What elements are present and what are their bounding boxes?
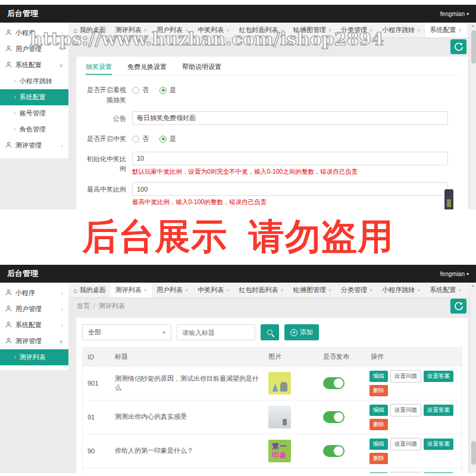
close-icon[interactable]: × xyxy=(226,287,229,293)
cell-published xyxy=(318,367,366,400)
tab-系统配置[interactable]: 系统配置× xyxy=(425,283,466,298)
action-button-设置答案[interactable]: 设置答案 xyxy=(424,472,453,473)
form-input[interactable] xyxy=(132,152,448,165)
sidebar-item-测评管理[interactable]: 测评管理∨ xyxy=(0,333,68,349)
tab-label: 中奖列表 xyxy=(198,286,224,295)
refresh-button[interactable] xyxy=(450,39,466,54)
close-icon[interactable]: × xyxy=(144,27,147,33)
radio-option-是[interactable]: 是 xyxy=(159,83,176,95)
category-select[interactable]: 全部 ▾ xyxy=(82,324,171,340)
tab-中奖列表[interactable]: 中奖列表× xyxy=(193,23,234,37)
sidebar-subitem-账号管理[interactable]: ›账号管理 xyxy=(0,105,68,121)
sidebar-item-label: 系统配置 xyxy=(15,321,42,330)
sidebar-item-用户管理[interactable]: 用户管理‹ xyxy=(0,41,68,57)
scrollbar-thumb[interactable] xyxy=(471,30,476,64)
close-icon[interactable]: × xyxy=(369,287,372,293)
tab-我的桌面[interactable]: ⌂我的桌面 xyxy=(68,23,111,37)
action-button-编辑[interactable]: 编辑 xyxy=(369,405,388,416)
tab-label: 轮播图管理 xyxy=(293,26,326,35)
sidebar-subitem-测评列表[interactable]: ›测评列表 xyxy=(0,349,68,365)
action-button-删除[interactable]: 删除 xyxy=(369,419,388,430)
settings-tab-抽奖设置[interactable]: 抽奖设置 xyxy=(86,60,112,75)
publish-toggle[interactable] xyxy=(323,411,345,423)
close-icon[interactable]: × xyxy=(226,27,229,33)
tab-分类管理[interactable]: 分类管理× xyxy=(336,283,377,298)
tab-中奖列表[interactable]: 中奖列表× xyxy=(193,283,234,298)
tab-我的桌面[interactable]: ⌂我的桌面 xyxy=(68,283,111,298)
publish-toggle[interactable] xyxy=(323,377,345,389)
tab-红包封面列表[interactable]: 红包封面列表× xyxy=(234,23,288,37)
publish-toggle[interactable] xyxy=(323,445,345,457)
user-menu[interactable]: fengmian ▾ xyxy=(440,11,469,17)
breadcrumb-home[interactable]: 首页 xyxy=(77,302,90,311)
form-row: 是否开启看视频抽奖否是 xyxy=(86,83,459,105)
close-icon[interactable]: × xyxy=(185,287,188,293)
settings-tab-帮助说明设置[interactable]: 帮助说明设置 xyxy=(182,60,221,75)
sidebar-subitem-系统配置[interactable]: ›系统配置 xyxy=(0,89,68,105)
sidebar-item-系统配置[interactable]: 系统配置∨ xyxy=(0,57,68,73)
scroll-up-arrow[interactable]: ▲ xyxy=(470,283,476,289)
sidebar-item-小程序[interactable]: 小程序‹ xyxy=(0,285,68,301)
tab-轮播图管理[interactable]: 轮播图管理× xyxy=(289,23,336,37)
chevron-left-icon: ‹ xyxy=(61,143,63,149)
search-button[interactable] xyxy=(261,324,279,340)
close-icon[interactable]: × xyxy=(459,27,462,33)
tab-系统配置[interactable]: 系统配置× xyxy=(425,23,466,37)
tab-红包封面列表[interactable]: 红包封面列表× xyxy=(234,283,288,298)
close-icon[interactable]: × xyxy=(417,27,420,33)
cell-image: 第一印象 xyxy=(264,434,318,468)
form-input[interactable] xyxy=(132,111,448,125)
tab-小程序跳转[interactable]: 小程序跳转× xyxy=(377,23,425,37)
close-icon[interactable]: × xyxy=(280,287,283,293)
action-button-设置问题[interactable]: 设置问题 xyxy=(390,370,421,383)
action-button-编辑[interactable]: 编辑 xyxy=(369,371,388,382)
action-button-删除[interactable]: 删除 xyxy=(369,385,388,396)
sidebar-item-用户管理[interactable]: 用户管理‹ xyxy=(0,301,68,317)
close-icon[interactable]: × xyxy=(369,27,372,33)
tab-测评列表[interactable]: 测评列表× xyxy=(111,23,152,37)
tab-分类管理[interactable]: 分类管理× xyxy=(336,23,377,37)
action-button-删除[interactable]: 删除 xyxy=(369,453,388,464)
radio-option-否[interactable]: 否 xyxy=(132,83,149,95)
close-icon[interactable]: × xyxy=(459,287,462,293)
close-icon[interactable]: × xyxy=(185,27,188,33)
add-button[interactable]: + 添加 xyxy=(284,324,319,340)
close-icon[interactable]: × xyxy=(144,287,147,293)
tab-轮播图管理[interactable]: 轮播图管理× xyxy=(289,283,336,298)
scrollbar[interactable]: ▲ xyxy=(469,283,476,473)
tab-用户列表[interactable]: 用户列表× xyxy=(152,23,193,37)
close-icon[interactable]: × xyxy=(328,287,331,293)
radio-option-是[interactable]: 是 xyxy=(159,131,176,143)
scroll-up-arrow[interactable]: ▲ xyxy=(470,23,476,29)
close-icon[interactable]: × xyxy=(417,287,420,293)
username: fengmian xyxy=(440,11,465,17)
action-button-设置答案[interactable]: 设置答案 xyxy=(424,439,453,450)
sidebar-item-小程序[interactable]: 小程序‹ xyxy=(0,25,68,41)
action-button-设置答案[interactable]: 设置答案 xyxy=(424,371,453,382)
search-input[interactable] xyxy=(177,324,255,340)
action-button-设置问题[interactable]: 设置问题 xyxy=(390,438,421,450)
action-button-编辑[interactable]: 编辑 xyxy=(369,472,388,473)
refresh-button[interactable] xyxy=(450,299,466,314)
action-button-设置问题[interactable]: 设置问题 xyxy=(390,472,421,473)
action-button-编辑[interactable]: 编辑 xyxy=(369,439,388,450)
tab-测评列表[interactable]: 测评列表× xyxy=(111,283,152,298)
sidebar-item-系统配置[interactable]: 系统配置‹ xyxy=(0,317,68,333)
floating-widget[interactable] xyxy=(444,189,453,209)
tab-小程序跳转[interactable]: 小程序跳转× xyxy=(377,283,425,298)
scrollbar-thumb[interactable] xyxy=(471,441,476,465)
sidebar-subitem-角色管理[interactable]: ›角色管理 xyxy=(0,121,68,137)
action-button-设置问题[interactable]: 设置问题 xyxy=(390,404,421,416)
close-icon[interactable]: × xyxy=(280,27,283,33)
settings-tab-免费兑换设置[interactable]: 免费兑换设置 xyxy=(127,60,167,75)
user-menu[interactable]: fengmian ▾ xyxy=(440,271,469,277)
caret-down-icon: ▾ xyxy=(466,11,469,17)
close-icon[interactable]: × xyxy=(328,27,331,33)
action-button-设置答案[interactable]: 设置答案 xyxy=(424,405,453,416)
tab-用户列表[interactable]: 用户列表× xyxy=(152,283,193,298)
sidebar-item-测评管理[interactable]: 测评管理‹ xyxy=(0,137,68,154)
scrollbar[interactable]: ▲ xyxy=(469,23,476,209)
form-input[interactable] xyxy=(132,182,448,196)
radio-option-否[interactable]: 否 xyxy=(132,131,149,143)
sidebar-subitem-小程序跳转[interactable]: ›小程序跳转 xyxy=(0,73,68,89)
